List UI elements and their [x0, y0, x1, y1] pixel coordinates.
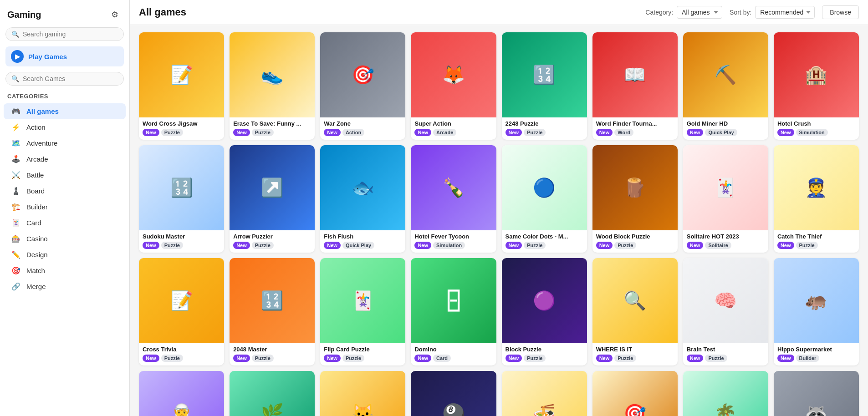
game-emoji-r4c5: 🍜: [533, 403, 556, 416]
game-card-r4c5[interactable]: 🍜 Game 29 NewPuzzle: [502, 371, 587, 416]
sidebar-item-adventure[interactable]: 🗺️Adventure: [4, 135, 126, 151]
search-gaming-input[interactable]: [23, 30, 118, 38]
tag-category: Puzzle: [161, 242, 183, 249]
game-name-word-finder: Word Finder Tourna...: [596, 120, 674, 127]
game-card-r4c7[interactable]: 🌴 Game 31 NewPuzzle: [683, 371, 768, 416]
game-card-block-puzzle[interactable]: 🟣 Block Puzzle NewPuzzle: [502, 258, 587, 365]
game-card-r4c4[interactable]: 🎱 Game 28 NewPuzzle: [411, 371, 496, 416]
game-card-catch-thief[interactable]: 👮 Catch The Thief NewPuzzle: [774, 145, 859, 253]
game-emoji-war-zone: 🎯: [352, 64, 374, 86]
tag-category: Quick Play: [705, 129, 737, 136]
tag-new: New: [687, 355, 704, 362]
game-card-same-color[interactable]: 🔵 Same Color Dots - M... NewPuzzle: [502, 145, 587, 253]
game-card-r4c6[interactable]: 🎯 Game 30 NewPuzzle: [592, 371, 678, 416]
game-thumb-erase-to-save: 👟: [230, 32, 315, 117]
search-games-bar[interactable]: 🔍: [5, 72, 124, 86]
game-tags-hotel-fever: NewSimulation: [414, 242, 492, 249]
search-gaming-bar[interactable]: 🔍: [5, 27, 124, 41]
game-card-r4c2[interactable]: 🌿 Game 26 NewPuzzle: [230, 371, 315, 416]
game-card-cross-trivia[interactable]: 📝 Cross Trivia NewPuzzle: [139, 258, 224, 365]
tag-category: Quick Play: [342, 242, 374, 249]
game-card-arrow-puzzler[interactable]: ↗️ Arrow Puzzler NewPuzzle: [230, 145, 315, 253]
game-card-r4c8[interactable]: 🦝 Game 32 NewPuzzle: [774, 371, 859, 416]
tag-new: New: [505, 355, 522, 362]
sidebar-item-battle[interactable]: ⚔️Battle: [4, 167, 126, 183]
browse-button[interactable]: Browse: [822, 5, 859, 19]
game-thumb-hotel-crush: 🏨: [774, 32, 859, 117]
cat-icon-battle: ⚔️: [11, 171, 21, 179]
game-card-domino[interactable]: 🁣 Domino NewCard: [411, 258, 496, 365]
tag-category: Puzzle: [524, 242, 546, 249]
game-card-word-finder[interactable]: 📖 Word Finder Tourna... NewWord: [592, 32, 678, 140]
game-card-hotel-crush[interactable]: 🏨 Hotel Crush NewSimulation: [774, 32, 859, 140]
game-card-hotel-fever[interactable]: 🍾 Hotel Fever Tycoon NewSimulation: [411, 145, 496, 253]
settings-button[interactable]: ⚙: [107, 7, 122, 22]
game-emoji-wood-block: 🪵: [623, 177, 646, 198]
tag-new: New: [777, 242, 794, 249]
game-name-fish-flush: Fish Flush: [324, 233, 402, 240]
game-tags-where-is-it: NewPuzzle: [596, 355, 674, 362]
game-emoji-same-color: 🔵: [533, 177, 556, 198]
game-info-fish-flush: Fish Flush NewQuick Play: [320, 230, 405, 253]
game-card-word-cross[interactable]: 📝 Word Cross Jigsaw NewPuzzle: [139, 32, 224, 140]
sidebar-title: Gaming: [7, 10, 41, 20]
sidebar-item-design[interactable]: ✏️Design: [4, 247, 126, 263]
game-name-wood-block: Wood Block Puzzle: [596, 233, 674, 240]
game-card-erase-to-save[interactable]: 👟 Erase To Save: Funny ... NewPuzzle: [230, 32, 315, 140]
tag-new: New: [233, 242, 250, 249]
game-thumb-super-action: 🦊: [411, 32, 496, 117]
sort-select[interactable]: Recommended Most Played Newest: [755, 6, 815, 19]
category-select[interactable]: All games Action Adventure Arcade Puzzle: [677, 6, 722, 19]
game-card-2248-puzzle[interactable]: 🔢 2248 Puzzle NewPuzzle: [502, 32, 587, 140]
game-card-sudoku-master[interactable]: 🔢 Sudoku Master NewPuzzle: [139, 145, 224, 253]
page-title: All games: [139, 6, 186, 18]
game-emoji-hotel-fever: 🍾: [442, 177, 465, 198]
game-card-hippo-supermarket[interactable]: 🦛 Hippo Supermarket NewBuilder: [774, 258, 859, 365]
game-card-super-action[interactable]: 🦊 Super Action NewArcade: [411, 32, 496, 140]
game-card-fish-flush[interactable]: 🐟 Fish Flush NewQuick Play: [320, 145, 405, 253]
sidebar-item-action[interactable]: ⚡Action: [4, 119, 126, 135]
sidebar-item-arcade[interactable]: 🕹️Arcade: [4, 151, 126, 167]
sidebar-item-all-games[interactable]: 🎮All games: [4, 103, 126, 119]
game-name-2248-puzzle: 2248 Puzzle: [505, 120, 583, 127]
game-emoji-2248-puzzle: 🔢: [533, 64, 556, 86]
game-card-gold-miner[interactable]: ⛏️ Gold Miner HD NewQuick Play: [683, 32, 768, 140]
game-card-wood-block[interactable]: 🪵 Wood Block Puzzle NewPuzzle: [592, 145, 678, 253]
tag-new: New: [687, 129, 704, 136]
play-games-button[interactable]: ▶ Play Games: [5, 46, 124, 66]
top-bar: All games Category: All games Action Adv…: [130, 0, 868, 25]
tag-category: Puzzle: [524, 129, 546, 136]
game-card-brain-test[interactable]: 🧠 Brain Test NewPuzzle: [683, 258, 768, 365]
sidebar-item-merge[interactable]: 🔗Merge: [4, 279, 126, 294]
cat-label-match: Match: [26, 267, 45, 274]
game-tags-word-cross: NewPuzzle: [143, 129, 220, 136]
tag-category: Arcade: [433, 129, 456, 136]
game-card-r4c1[interactable]: 🧝 Game 25 NewPuzzle: [139, 371, 224, 416]
game-thumb-2048-master: 🔢: [230, 258, 315, 343]
game-tags-brain-test: NewPuzzle: [687, 355, 765, 362]
game-tags-super-action: NewArcade: [414, 129, 492, 136]
sidebar-item-builder[interactable]: 🏗️Builder: [4, 199, 126, 215]
game-emoji-gold-miner: ⛏️: [714, 64, 737, 86]
sidebar-item-board[interactable]: ♟️Board: [4, 183, 126, 199]
game-thumb-where-is-it: 🔍: [592, 258, 678, 343]
search-games-input[interactable]: [23, 75, 118, 82]
sidebar-item-match[interactable]: 🎯Match: [4, 263, 126, 279]
tag-new: New: [687, 242, 704, 249]
game-card-war-zone[interactable]: 🎯 War Zone NewAction: [320, 32, 405, 140]
game-card-2048-master[interactable]: 🔢 2048 Master NewPuzzle: [230, 258, 315, 365]
game-card-solitaire-hot[interactable]: 🃏 Solitaire HOT 2023 NewSolitaire: [683, 145, 768, 253]
game-thumb-wood-block: 🪵: [592, 145, 678, 230]
cat-icon-merge: 🔗: [11, 282, 21, 291]
game-info-war-zone: War Zone NewAction: [320, 117, 405, 140]
game-card-r4c3[interactable]: 🐱 Game 27 NewPuzzle: [320, 371, 405, 416]
game-name-sudoku-master: Sudoku Master: [143, 233, 220, 240]
game-card-flip-card[interactable]: 🃏 Flip Card Puzzle NewPuzzle: [320, 258, 405, 365]
game-name-war-zone: War Zone: [324, 120, 402, 127]
game-card-where-is-it[interactable]: 🔍 WHERE IS IT NewPuzzle: [592, 258, 678, 365]
tag-new: New: [596, 129, 613, 136]
sidebar-item-casino[interactable]: 🎰Casino: [4, 231, 126, 247]
categories-list: 🎮All games⚡Action🗺️Adventure🕹️Arcade⚔️Ba…: [0, 103, 129, 294]
game-thumb-sudoku-master: 🔢: [139, 145, 224, 230]
sidebar-item-card[interactable]: 🃏Card: [4, 215, 126, 231]
